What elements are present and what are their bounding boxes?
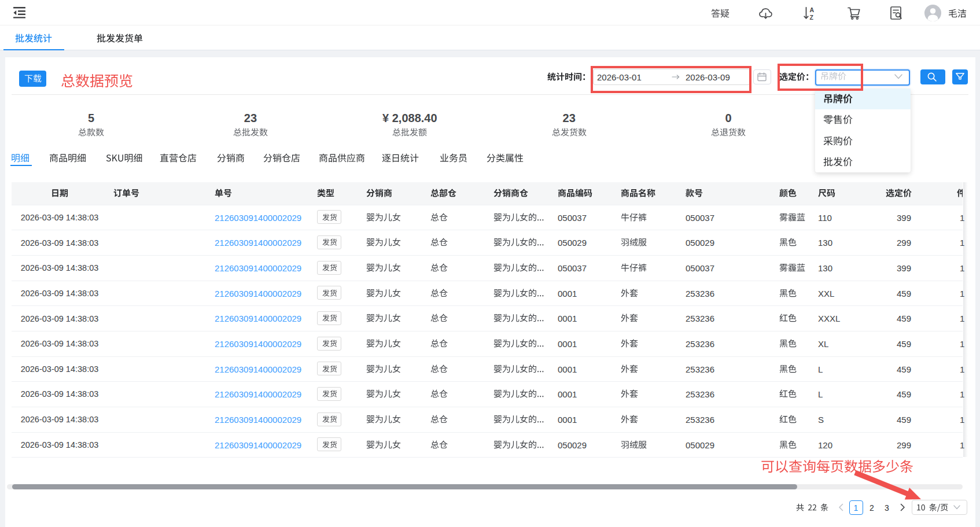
svg-text:Z: Z — [810, 14, 814, 21]
svg-text:A: A — [810, 6, 815, 13]
